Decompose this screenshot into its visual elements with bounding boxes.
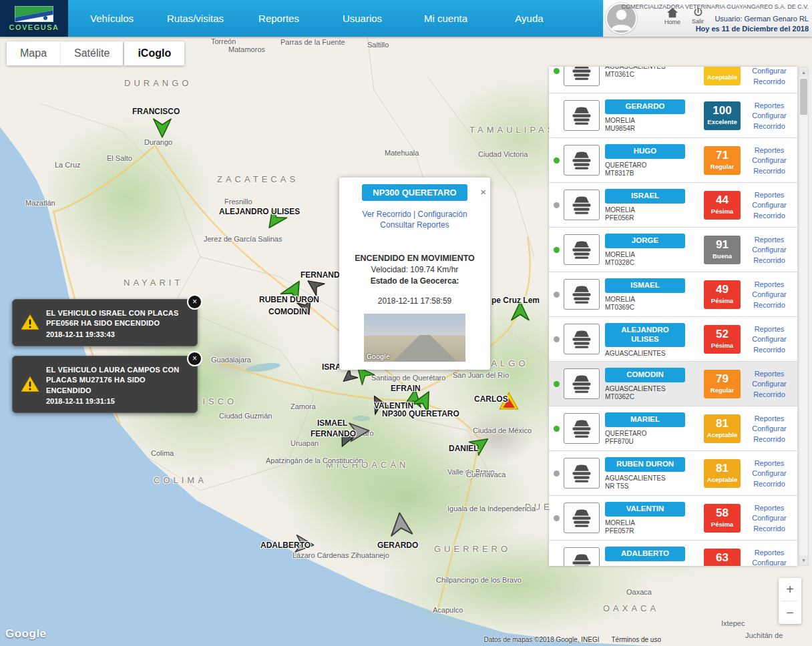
vehicle-marker-label: COMODIN: [268, 307, 307, 316]
popup-close-button[interactable]: ×: [480, 186, 486, 198]
link-ver-recorrido[interactable]: Ver Recorrido: [362, 210, 411, 219]
city-label-uruapan: Uruapan: [290, 439, 319, 447]
link-recorrido[interactable]: Recorrido: [745, 390, 793, 400]
link-reportes[interactable]: Reportes: [745, 190, 793, 200]
status-dot: [554, 292, 560, 298]
popup-geofence-label: Estado de la Geocerca:: [345, 276, 485, 286]
link-reportes[interactable]: Reportes: [745, 235, 793, 245]
link-configuracion[interactable]: Configuración: [418, 210, 467, 219]
link-recorrido[interactable]: Recorrido: [745, 77, 793, 87]
alert-close-button[interactable]: ×: [187, 351, 202, 366]
vehicle-marker-arrow-icon[interactable]: [152, 118, 172, 138]
vehicle-name-button[interactable]: JORGE: [605, 234, 685, 248]
link-reportes[interactable]: Reportes: [745, 324, 793, 334]
link-reportes[interactable]: Reportes: [745, 145, 793, 155]
date-text: Hoy es 11 de Diciembre del 2018: [696, 25, 809, 33]
tab-icoglo[interactable]: iCoglo: [124, 41, 184, 65]
link-configurar[interactable]: Configurar: [745, 424, 793, 434]
link-configurar[interactable]: Configurar: [745, 155, 793, 166]
score-label: Buena: [704, 252, 741, 260]
nav-item-vehiculos[interactable]: Vehículos: [70, 13, 154, 24]
city-label-fresnillo: Fresnillo: [224, 198, 252, 206]
link-recorrido[interactable]: Recorrido: [745, 211, 793, 221]
vehicle-plate: MT8317B: [605, 170, 689, 177]
link-configurar[interactable]: Configurar: [745, 245, 793, 255]
nav-item-usuarios[interactable]: Usuarios: [321, 13, 404, 24]
vehicle-marker-label: ALEJANDRO ULISES: [219, 207, 300, 216]
score-badge: 81Aceptable: [704, 459, 741, 488]
terms-link[interactable]: Términos de uso: [612, 636, 661, 643]
scrollbar-thumb[interactable]: [800, 79, 807, 115]
vehicle-name-button[interactable]: GERARDO: [605, 99, 685, 114]
link-consultar-reportes[interactable]: Consultar Reportes: [380, 220, 449, 230]
link-configurar[interactable]: Configurar: [745, 334, 793, 344]
zoom-in-button[interactable]: +: [779, 578, 801, 601]
zoom-out-button[interactable]: −: [779, 601, 801, 624]
link-reportes[interactable]: Reportes: [745, 414, 793, 424]
tab-mapa[interactable]: Mapa: [7, 41, 60, 65]
vehicle-name-button[interactable]: COMODIN: [605, 368, 685, 382]
link-recorrido[interactable]: Recorrido: [745, 345, 793, 355]
link-configurar[interactable]: Configurar: [745, 379, 793, 389]
link-reportes[interactable]: Reportes: [745, 369, 793, 379]
city-label-santiago-de-queretaro: Santiago de Querétaro: [371, 374, 445, 382]
nav-item-mi-cuenta[interactable]: Mi cuenta: [404, 13, 487, 24]
link-recorrido[interactable]: Recorrido: [745, 524, 793, 534]
brand-logo[interactable]: COVEGUSA: [0, 0, 68, 37]
vehicle-name-button[interactable]: ADALBERTO: [605, 547, 685, 561]
alert-timestamp: 2018-12-11 19:33:43: [46, 330, 186, 338]
link-configurar[interactable]: Configurar: [745, 67, 793, 77]
vehicle-name-button[interactable]: RUBEN DURON: [605, 457, 685, 472]
vehicle-name-button[interactable]: MARIEL: [605, 412, 685, 427]
nav-item-reportes[interactable]: Reportes: [237, 13, 321, 24]
vehicle-name-button[interactable]: HUGO: [605, 144, 685, 159]
link-configurar[interactable]: Configurar: [745, 111, 793, 121]
tab-satelite[interactable]: Satélite: [60, 41, 123, 65]
city-label-ciudad-victoria: Ciudad Victoria: [478, 150, 528, 158]
link-recorrido[interactable]: Recorrido: [745, 479, 793, 489]
link-recorrido[interactable]: Recorrido: [745, 256, 793, 266]
link-reportes[interactable]: Reportes: [745, 548, 793, 558]
link-configurar[interactable]: Configurar: [745, 558, 793, 566]
vehicle-name-button[interactable]: ALEJANDRO ULISES: [605, 323, 685, 347]
link-reportes[interactable]: Reportes: [745, 503, 793, 513]
link-configurar[interactable]: Configurar: [745, 290, 793, 300]
status-dot: [554, 426, 560, 432]
link-recorrido[interactable]: Recorrido: [745, 434, 793, 444]
link-recorrido[interactable]: Recorrido: [745, 300, 793, 310]
nav-item-ayuda[interactable]: Ayuda: [487, 13, 571, 24]
popup-title[interactable]: NP300 QUERETARO: [362, 184, 467, 201]
link-recorrido[interactable]: Recorrido: [745, 166, 793, 176]
score-badge: 49Pésima: [704, 280, 741, 309]
score-value: 71: [704, 149, 741, 161]
scroll-up-arrow[interactable]: ▲: [799, 67, 808, 77]
link-reportes[interactable]: Reportes: [745, 280, 793, 290]
link-configurar[interactable]: Configurar: [745, 513, 793, 523]
vehicle-info: VALENTINMORELIAPFE057R: [605, 502, 689, 535]
map-type-controls: Mapa Satélite iCoglo: [7, 41, 184, 65]
nav-item-rutas-visitas[interactable]: Rutas/visitas: [154, 13, 237, 24]
vehicle-list-scrollbar[interactable]: ▲ ▼: [799, 67, 809, 566]
score-value: 91: [704, 239, 741, 250]
vehicle-name-button[interactable]: ISMAEL: [605, 278, 685, 293]
vehicle-name-button[interactable]: ISRAEL: [605, 189, 685, 204]
link-configurar[interactable]: Configurar: [745, 468, 793, 478]
scroll-down-arrow[interactable]: ▼: [799, 555, 808, 565]
vehicle-name-button[interactable]: VALENTIN: [605, 502, 685, 517]
vehicle-plate: MT0328C: [605, 259, 689, 266]
alert-close-button[interactable]: ×: [187, 294, 202, 310]
link-recorrido[interactable]: Recorrido: [745, 121, 793, 131]
vehicle-marker-arrow-icon[interactable]: [387, 511, 414, 537]
streetview-thumbnail[interactable]: Google: [364, 314, 465, 362]
city-label-parras-de-la-fuente: Parras de la Fuente: [280, 38, 345, 46]
score-value: 100: [704, 105, 741, 116]
vehicle-city: MORELIA: [605, 206, 689, 214]
link-reportes[interactable]: Reportes: [745, 101, 793, 111]
state-label-oaxaca: OAXACA: [603, 603, 659, 613]
popup-timestamp: 2018-12-11 17:58:59: [345, 296, 485, 306]
link-reportes[interactable]: Reportes: [745, 458, 793, 468]
top-nav: COVEGUSA VehículosRutas/visitasReportesU…: [0, 0, 812, 37]
link-configurar[interactable]: Configurar: [745, 200, 793, 210]
vehicle-icon: [564, 547, 600, 566]
city-label-mazatlan: Mazatlán: [25, 199, 55, 207]
